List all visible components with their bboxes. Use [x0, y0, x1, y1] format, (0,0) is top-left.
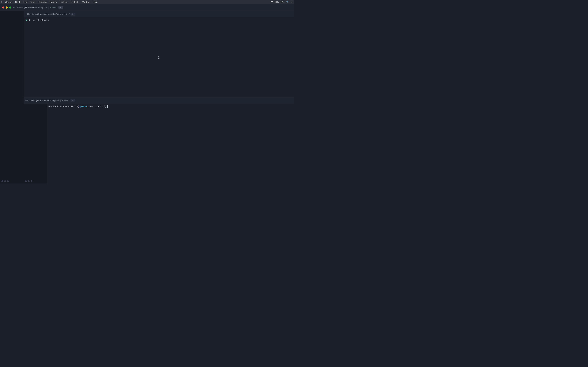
sidebar-dot-2 — [4, 180, 6, 182]
sidebar2-dot-2 — [28, 180, 30, 182]
tab-path: ~/Code/src/github.com/eexit/http2smtp — [13, 6, 49, 9]
tab-badge: ⌘1 — [59, 6, 63, 9]
pane2-path: ~/Code/src/github.com/eexit/http2smtp — [25, 99, 61, 102]
sidebar-dot-1 — [1, 180, 3, 182]
sidebar-top — [0, 11, 24, 179]
menu-toolbelt[interactable]: Toolbelt — [69, 0, 80, 3]
menu-scripts[interactable]: Scripts — [49, 0, 58, 3]
pane1-badge: ⌘1 — [70, 13, 75, 16]
menu-session[interactable]: Session — [37, 0, 48, 3]
menubar-right: ▀ 40% 1:14 🔍 ☰ — [271, 1, 293, 3]
pane2-command-highlight: openssl — [79, 105, 88, 108]
pane1-content[interactable]: ❯ dc up http2smtp I — [24, 17, 294, 97]
tab-info: ~/Code/src/github.com/eexit/http2smtp ma… — [13, 6, 63, 9]
pane2-branch: master* — [62, 99, 69, 102]
terminal-pane-2[interactable]: ~/Code/src/github.com/eexit/http2smtp ma… — [24, 97, 294, 184]
main-layout: ~/Code/src/github.com/eexit/http2smtp ma… — [0, 11, 294, 184]
pane1-branch: master* — [62, 13, 69, 15]
pane2-prompt-line: ❯ http :8080/healthcheck traceparent:$(o… — [24, 105, 294, 108]
sidebar-bottom-2 — [25, 180, 32, 182]
menu-shell[interactable]: Shell — [14, 0, 22, 3]
terminal-pane-1[interactable]: ~/Code/src/github.com/eexit/http2smtp ma… — [24, 11, 294, 97]
sidebar-dot-3 — [7, 180, 9, 182]
pane2-command-suffix: rand -hex 16) — [88, 105, 106, 108]
text-cursor-indicator: I — [158, 55, 160, 59]
maximize-button[interactable] — [9, 7, 11, 8]
terminal-cursor — [107, 105, 108, 108]
sidebar2-dot-3 — [31, 180, 32, 182]
pane2-titlebar: ~/Code/src/github.com/eexit/http2smtp ma… — [24, 97, 294, 104]
battery-icon: 40% — [275, 1, 279, 3]
menu-iterm2[interactable]: iTerm2 — [4, 0, 13, 3]
pane1-titlebar: ~/Code/src/github.com/eexit/http2smtp ma… — [24, 11, 294, 17]
search-icon[interactable]: 🔍 — [286, 1, 289, 3]
window-buttons — [2, 7, 11, 8]
pane1-path: ~/Code/src/github.com/eexit/http2smtp — [25, 13, 61, 15]
menu-profiles[interactable]: Profiles — [59, 0, 69, 3]
pane1-prompt-line: ❯ dc up http2smtp — [24, 18, 294, 22]
tab-branch: master* — [50, 6, 57, 9]
menu-window[interactable]: Window — [80, 0, 91, 3]
pane2-content[interactable]: ❯ http :8080/healthcheck traceparent:$(o… — [24, 104, 294, 184]
pane1-prompt-arrow: ❯ — [26, 19, 27, 22]
minimize-button[interactable] — [6, 7, 8, 8]
wifi-icon: ▀ — [271, 1, 273, 3]
menubar:  iTerm2 Shell Edit View Session Scripts… — [0, 0, 294, 4]
sidebar — [0, 11, 24, 184]
control-strip-icon[interactable]: ☰ — [291, 1, 293, 3]
sidebar-section-2 — [24, 104, 47, 184]
sidebar-bottom — [0, 179, 24, 184]
terminal-panes: ~/Code/src/github.com/eexit/http2smtp ma… — [24, 11, 294, 184]
pane2-badge: ⌘1 — [70, 99, 75, 102]
titlebar: ~/Code/src/github.com/eexit/http2smtp ma… — [0, 4, 294, 11]
sidebar2-dot-1 — [25, 180, 27, 182]
apple-logo-icon:  — [1, 1, 2, 3]
menu-edit[interactable]: Edit — [22, 0, 28, 3]
close-button[interactable] — [2, 7, 4, 8]
menu-help[interactable]: Help — [92, 0, 99, 3]
menubar-icons: ▀ 40% 1:14 🔍 ☰ — [271, 1, 293, 3]
pane2-terminal-area: ❯ http :8080/healthcheck traceparent:$(o… — [24, 104, 294, 109]
pane1-command: dc up http2smtp — [28, 19, 49, 22]
menu-view[interactable]: View — [29, 0, 37, 3]
clock: 1:14 — [281, 1, 285, 3]
